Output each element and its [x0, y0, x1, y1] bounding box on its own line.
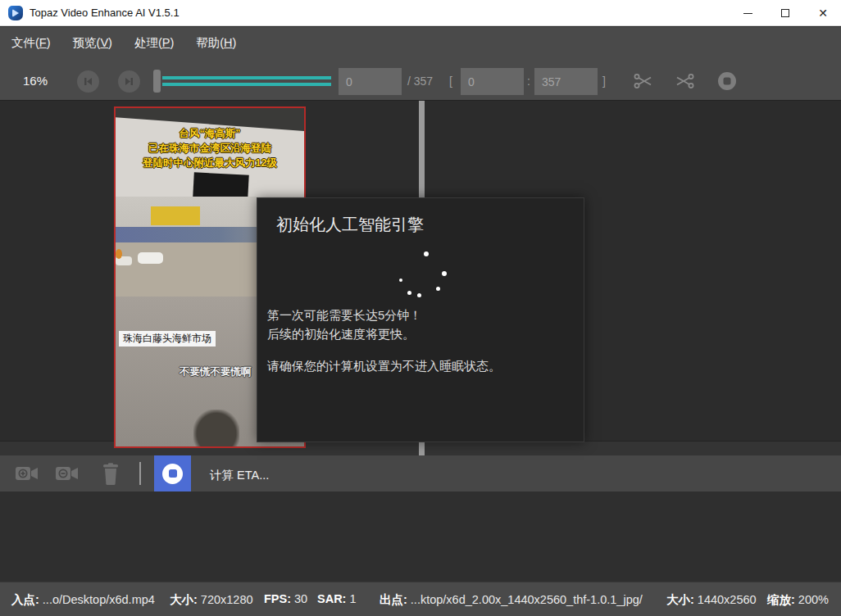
status-scale: 缩放:200%	[767, 592, 829, 608]
video-subtitle-label: 不要慌不要慌啊	[180, 365, 252, 379]
app-logo-icon	[8, 6, 23, 20]
bracket-open-label: [	[449, 75, 452, 88]
maximize-icon	[781, 9, 789, 17]
process-toolbar	[0, 455, 841, 491]
trim-end-button[interactable]	[672, 70, 697, 93]
stop-processing-button[interactable]	[154, 455, 191, 491]
toolbar-divider	[139, 462, 141, 485]
skip-to-end-button[interactable]	[118, 70, 140, 93]
video-caption: 台风“海高斯” 已在珠海市金湾区沿海登陆 登陆时中心附近最大风力12级	[116, 126, 304, 170]
status-sar: SAR:1	[317, 592, 357, 605]
video-light-shape	[116, 249, 122, 259]
minimize-button[interactable]	[730, 0, 766, 26]
eta-status-label: 计算 ETA...	[210, 468, 269, 483]
dialog-text-line: 请确保您的计算机设置为不进入睡眠状态。	[267, 359, 501, 374]
menu-bar: 文件(F) 预览(V) 处理(P) 帮助(H)	[0, 27, 841, 59]
maximize-button[interactable]	[767, 0, 803, 26]
trim-end-input[interactable]	[534, 68, 598, 95]
trim-start-icon	[633, 71, 654, 91]
zoom-level-label: 16%	[23, 74, 48, 88]
stop-icon	[162, 464, 183, 484]
menu-process[interactable]: 处理(P)	[134, 35, 174, 51]
video-debris-shape	[193, 410, 239, 448]
video-billboard-shape	[151, 206, 200, 225]
skip-end-icon	[124, 76, 134, 87]
status-bar: 入点:...o/Desktop/x6d.mp4 大小:720x1280 FPS:…	[0, 582, 841, 616]
menu-preview[interactable]: 预览(V)	[73, 35, 112, 51]
status-output-size: 大小:1440x2560	[666, 592, 757, 608]
menu-file[interactable]: 文件(F)	[11, 35, 51, 51]
close-icon: ✕	[818, 7, 828, 19]
dialog-text-line: 第一次可能需要长达5分钟！	[267, 308, 421, 324]
trim-start-input[interactable]	[461, 68, 524, 95]
status-fps: FPS:30	[264, 592, 307, 605]
init-engine-dialog: 初始化人工智能引擎 第一次可能需要长达5分钟！ 后续的初始化速度将更快。 请确保…	[257, 197, 584, 442]
trim-end-icon	[674, 71, 695, 91]
timeline-slider-handle[interactable]	[153, 70, 161, 93]
title-bar: Topaz Video Enhance AI V1.5.1 ✕	[0, 0, 841, 26]
close-button[interactable]: ✕	[805, 0, 841, 26]
stop-preview-button[interactable]	[715, 70, 739, 93]
add-video-button[interactable]	[14, 463, 40, 484]
stop-icon	[716, 70, 738, 92]
current-frame-input[interactable]	[339, 68, 402, 95]
skip-to-start-button[interactable]	[77, 70, 99, 93]
thumbnail-strip	[0, 491, 841, 582]
video-hanging-sign-shape	[193, 172, 248, 199]
status-input-size: 大小:720x1280	[170, 592, 253, 608]
status-output-path: 出点:...ktop/x6d_2.00x_1440x2560_thf-1.0.1…	[380, 592, 643, 608]
trash-icon	[101, 463, 120, 485]
window-title: Topaz Video Enhance AI V1.5.1	[30, 7, 180, 19]
dialog-text-line: 后续的初始化速度将更快。	[267, 327, 415, 342]
skip-start-icon	[83, 76, 93, 87]
dialog-title: 初始化人工智能引擎	[276, 214, 424, 236]
status-input-path: 入点:...o/Desktop/x6d.mp4	[11, 592, 155, 608]
colon-label: :	[527, 75, 530, 88]
camera-remove-icon	[55, 464, 80, 483]
remove-video-button[interactable]	[54, 463, 80, 484]
video-car-shape	[138, 252, 163, 264]
menu-help[interactable]: 帮助(H)	[196, 35, 236, 51]
video-location-label: 珠海白藤头海鲜市场	[119, 331, 216, 346]
timeline-progress-track[interactable]	[162, 76, 331, 86]
delete-button[interactable]	[98, 463, 124, 484]
camera-add-icon	[15, 464, 39, 483]
progress-bar-bottom	[162, 83, 331, 86]
total-frames-label: / 357	[407, 75, 433, 88]
minimize-icon	[743, 13, 752, 14]
bracket-close-label: ]	[602, 75, 606, 88]
progress-bar-top	[162, 76, 331, 79]
trim-start-button[interactable]	[631, 70, 656, 93]
